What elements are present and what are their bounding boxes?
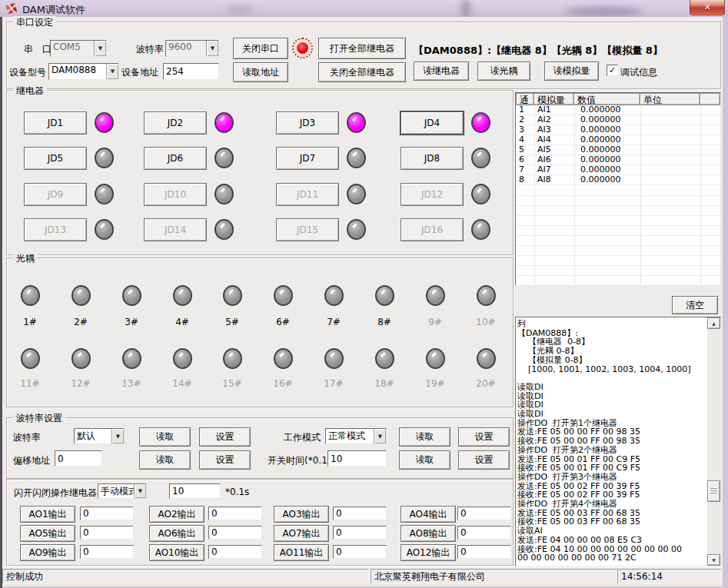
close-port-button[interactable]: 关闭串口 xyxy=(233,38,288,59)
ao10-output-button[interactable]: AO10输出 xyxy=(149,544,204,561)
device-model-select[interactable]: DAM0888 ▼ xyxy=(48,63,119,80)
relay-led-jd5 xyxy=(95,148,114,168)
open-all-relays-button[interactable]: 打开全部继电器 xyxy=(318,38,406,59)
close-button[interactable]: ✕ xyxy=(690,0,725,15)
relay-button-jd3[interactable]: JD3 xyxy=(276,111,339,135)
offset-set-button[interactable]: 设置 xyxy=(199,450,251,470)
ao1-output-button[interactable]: AO1输出 xyxy=(20,506,75,523)
relay-button-jd1[interactable]: JD1 xyxy=(24,111,87,135)
cell-channel: 7 xyxy=(516,165,534,174)
ao11-output-input[interactable] xyxy=(333,545,387,559)
relay-button-jd16: JD16 xyxy=(401,218,464,241)
table-row[interactable]: 8 AI8 0.000000 xyxy=(516,175,720,185)
scroll-down-button[interactable]: ▼ xyxy=(707,554,720,566)
ao9-output-button[interactable]: AO9输出 xyxy=(20,544,75,561)
work-mode-set-button[interactable]: 设置 xyxy=(458,427,510,447)
ao4-output-input[interactable] xyxy=(457,507,511,520)
baud-set-button[interactable]: 设置 xyxy=(199,427,251,447)
table-row[interactable]: 1 AI1 0.000000 xyxy=(516,105,720,115)
baudrate-label: 波特率 xyxy=(136,43,164,56)
work-mode-read-button[interactable]: 读取 xyxy=(399,427,450,447)
table-empty-rows xyxy=(516,186,720,285)
device-addr-input[interactable] xyxy=(163,63,219,80)
col-header-extra[interactable] xyxy=(700,93,720,105)
col-header-value[interactable]: 数值 xyxy=(574,93,640,105)
relay-button-jd6[interactable]: JD6 xyxy=(144,147,207,170)
debug-info-label: 调试信息 xyxy=(620,66,657,79)
relay-button-jd4[interactable]: JD4 xyxy=(401,111,464,135)
relay-button-jd5[interactable]: JD5 xyxy=(24,147,87,170)
table-row[interactable]: 4 AI4 0.000000 xyxy=(516,135,720,145)
read-opto-button[interactable]: 读光耦 xyxy=(477,61,530,81)
work-mode-select[interactable]: 正常模式 ▼ xyxy=(325,428,387,444)
ao6-output-input[interactable] xyxy=(208,526,262,540)
col-header-analog[interactable]: 模拟量 xyxy=(534,93,574,105)
chevron-down-icon: ▼ xyxy=(94,41,106,56)
read-addr-button[interactable]: 读取地址 xyxy=(233,62,288,82)
ao3-output-button[interactable]: AO3输出 xyxy=(274,506,329,523)
relay-button-jd8[interactable]: JD8 xyxy=(401,147,464,170)
read-analog-button[interactable]: 读模拟量 xyxy=(544,61,599,81)
clear-log-button[interactable]: 清空 xyxy=(672,296,718,314)
titlebar: DAM调试软件 ✕ xyxy=(0,0,728,17)
table-row[interactable]: 2 AI2 0.000000 xyxy=(516,115,720,125)
offset-addr-input[interactable] xyxy=(55,450,102,467)
ao11-output-button[interactable]: AO11输出 xyxy=(274,544,329,561)
log-scrollbar[interactable]: ▲ ▼ xyxy=(707,317,720,566)
table-row[interactable]: 3 AI3 0.000000 xyxy=(516,125,720,135)
offset-read-button[interactable]: 读取 xyxy=(139,450,191,470)
flash-time-input[interactable] xyxy=(169,483,221,499)
serial-settings-group: 串口设定 串 口 COM5 ▼ 波特率 9600 ▼ 关闭串口 打开全部继电器 … xyxy=(6,22,721,89)
close-all-relays-button[interactable]: 关闭全部继电器 xyxy=(318,62,406,82)
opto-label-11: 11# xyxy=(16,378,44,389)
ao8-output-button[interactable]: AO8输出 xyxy=(401,525,456,542)
table-row[interactable]: 6 AI6 0.000000 xyxy=(516,155,720,165)
ao2-output-input[interactable] xyxy=(208,507,262,520)
ao7-output-input[interactable] xyxy=(333,526,387,540)
ao2-output-button[interactable]: AO2输出 xyxy=(149,506,204,523)
device-model-value: DAM0888 xyxy=(49,64,106,79)
ao5-output-input[interactable] xyxy=(80,526,134,540)
work-mode-value: 正常模式 xyxy=(326,429,374,443)
ao7-output-button[interactable]: AO7输出 xyxy=(274,525,329,542)
ao9-output-input[interactable] xyxy=(80,545,134,559)
col-header-unit[interactable]: 单位 xyxy=(640,93,700,105)
ao1-output-input[interactable] xyxy=(80,507,134,520)
ao6-output-button[interactable]: AO6输出 xyxy=(149,525,204,542)
switch-time-set-button[interactable]: 设置 xyxy=(458,450,510,470)
relay-button-jd10: JD10 xyxy=(144,183,207,206)
table-row[interactable]: 7 AI7 0.000000 xyxy=(516,165,720,175)
read-relay-button[interactable]: 读继电器 xyxy=(414,61,469,81)
ao12-output-button[interactable]: AO12输出 xyxy=(401,544,456,561)
ao3-output-input[interactable] xyxy=(333,507,387,520)
ao8-output-input[interactable] xyxy=(457,526,511,540)
ao12-output-input[interactable] xyxy=(457,545,511,559)
cell-analog: AI4 xyxy=(534,135,574,145)
status-time: 14:56:14 xyxy=(617,569,721,584)
ao4-output-button[interactable]: AO4输出 xyxy=(401,506,456,523)
opto-led-7 xyxy=(324,285,344,306)
relay-button-jd2[interactable]: JD2 xyxy=(144,111,207,135)
switch-time-input[interactable] xyxy=(327,450,387,467)
opto-led-11 xyxy=(21,348,40,369)
baudrate-select[interactable]: 9600 ▼ xyxy=(165,40,219,57)
ao10-output-input[interactable] xyxy=(208,545,262,559)
switch-time-read-button[interactable]: 读取 xyxy=(399,450,450,470)
scroll-up-button[interactable]: ▲ xyxy=(707,317,720,329)
relay-button-jd7[interactable]: JD7 xyxy=(276,147,339,170)
serial-port-select[interactable]: COM5 ▼ xyxy=(50,40,107,57)
relay-led-jd12 xyxy=(471,184,490,204)
debug-info-checkbox[interactable]: ✓ xyxy=(607,65,618,76)
scrollbar-thumb[interactable] xyxy=(707,480,720,502)
flash-mode-select[interactable]: 手动模式 ▼ xyxy=(98,483,147,499)
cell-channel: 4 xyxy=(516,135,534,145)
table-row[interactable]: 5 AI5 0.000000 xyxy=(516,145,720,155)
cell-analog: AI2 xyxy=(534,115,574,125)
baud-read-button[interactable]: 读取 xyxy=(139,427,191,447)
opto-led-10 xyxy=(477,285,496,306)
col-header-channel[interactable]: 通 xyxy=(516,93,534,105)
baud-select[interactable]: 默认 ▼ xyxy=(74,428,125,444)
table-gridline xyxy=(574,105,575,285)
baudrate-value: 9600 xyxy=(166,41,206,56)
ao5-output-button[interactable]: AO5输出 xyxy=(20,525,75,542)
